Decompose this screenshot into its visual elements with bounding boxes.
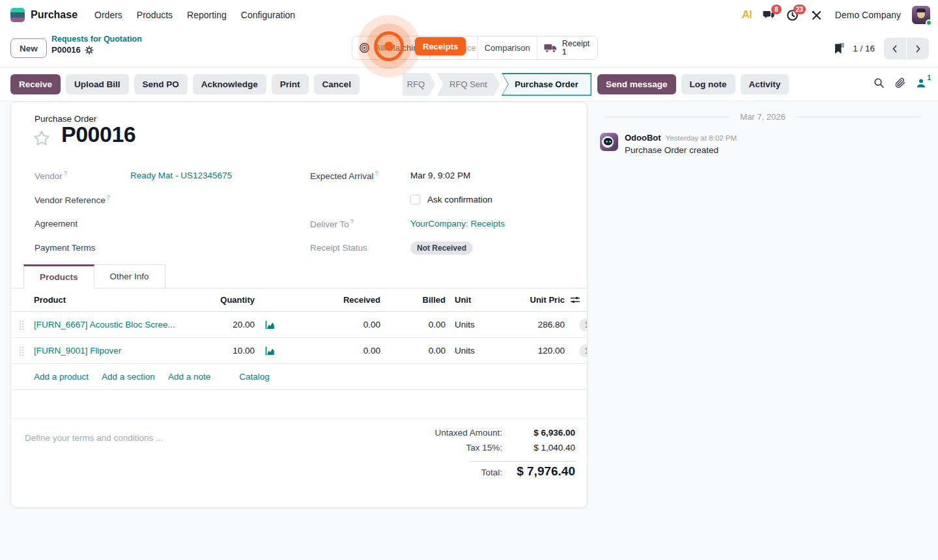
add-note-link[interactable]: Add a note	[168, 372, 210, 382]
message-author[interactable]: OdooBot	[625, 133, 661, 143]
unit-cell[interactable]: Units	[446, 320, 505, 329]
menu-products[interactable]: Products	[137, 10, 173, 20]
add-product-link[interactable]: Add a product	[34, 372, 89, 382]
tools-icon[interactable]	[810, 8, 824, 22]
table-row[interactable]: [FURN_9001] Flipover 10.00 0.00 0.00 Uni…	[11, 338, 588, 364]
user-avatar[interactable]	[912, 6, 930, 24]
column-unit-price[interactable]: Unit Pric	[505, 295, 565, 305]
totals-block: Untaxed Amount: $ 6,936.00 Tax 15%: $ 1,…	[367, 428, 575, 484]
notebook-tabs: Products Other Info	[11, 264, 587, 288]
send-po-button[interactable]: Send PO	[134, 74, 188, 94]
target-icon	[359, 42, 370, 53]
catalog-link[interactable]: Catalog	[239, 372, 270, 382]
paperclip-icon[interactable]	[895, 77, 905, 89]
pager-value: 1 / 16	[853, 44, 875, 53]
column-billed[interactable]: Billed	[380, 295, 446, 305]
menu-orders[interactable]: Orders	[94, 10, 122, 20]
comparison-button[interactable]: Comparison	[478, 36, 537, 59]
column-quantity[interactable]: Quantity	[177, 295, 255, 305]
total-label: Total:	[481, 468, 502, 477]
cancel-button[interactable]: Cancel	[314, 74, 360, 94]
bookmark-icon[interactable]	[834, 42, 845, 55]
product-link[interactable]: [FURN_9001] Flipover	[25, 346, 177, 356]
tax-label: Tax 15%:	[466, 443, 502, 453]
receipt-status-badge: Not Received	[410, 242, 473, 255]
quantity-cell[interactable]: 10.00	[177, 346, 255, 356]
field-ask-confirmation: Ask confirmation	[310, 188, 584, 212]
menu-reporting[interactable]: Reporting	[187, 10, 227, 20]
quantity-cell[interactable]: 20.00	[177, 320, 255, 329]
table-footer-links: Add a product Add a section Add a note C…	[11, 364, 588, 390]
expected-arrival-value[interactable]: Mar 9, 9:02 PM	[410, 171, 470, 180]
vendor-label: Vendor	[35, 171, 63, 181]
print-button[interactable]: Print	[272, 74, 309, 94]
optional-columns-button[interactable]	[565, 296, 588, 304]
billed-cell[interactable]: 0.00	[380, 320, 446, 329]
field-vendor-reference: Vendor Reference?	[35, 188, 295, 212]
drag-handle-icon[interactable]	[11, 320, 25, 330]
received-cell[interactable]: 0.00	[287, 346, 380, 356]
help-marker: ?	[107, 194, 110, 201]
company-switcher[interactable]: Demo Company	[835, 10, 901, 20]
tab-products[interactable]: Products	[23, 264, 94, 288]
receive-button[interactable]: Receive	[10, 74, 61, 94]
record-action-buttons: Receive Upload Bill Send PO Acknowledge …	[10, 74, 360, 94]
activity-button[interactable]: Activity	[741, 74, 789, 94]
favorite-star-icon[interactable]	[33, 130, 51, 147]
pager-next-button[interactable]	[907, 38, 929, 59]
drag-handle-icon[interactable]	[11, 346, 25, 356]
column-received[interactable]: Received	[287, 295, 380, 305]
unit-price-cell[interactable]: 286.80	[505, 320, 565, 329]
log-note-button[interactable]: Log note	[681, 74, 735, 94]
add-section-link[interactable]: Add a section	[102, 372, 155, 382]
upload-bill-button[interactable]: Upload Bill	[66, 74, 129, 94]
message-body: Purchase Order created	[625, 145, 737, 155]
messages-badge: 8	[771, 5, 782, 14]
received-cell[interactable]: 0.00	[287, 320, 380, 329]
ask-confirmation-checkbox[interactable]	[410, 195, 420, 204]
pager-previous-button[interactable]	[884, 38, 906, 59]
document-name[interactable]: P00016	[61, 122, 135, 147]
receipt-stat-button[interactable]: Receipt 1	[537, 36, 597, 59]
odoobot-avatar[interactable]	[600, 133, 618, 151]
chatter-message: OdooBot Yesterday at 8:02 PM Purchase Or…	[600, 133, 925, 155]
status-step-purchase-order[interactable]: Purchase Order	[502, 73, 591, 96]
messages-icon[interactable]: 8	[761, 8, 776, 22]
message-timestamp: Yesterday at 8:02 PM	[666, 134, 737, 142]
order-lines: [FURN_6667] Acoustic Bloc Scree... 20.00…	[11, 312, 588, 364]
search-icon[interactable]	[874, 77, 885, 89]
status-step-rfq[interactable]: RFQ	[401, 73, 435, 96]
column-unit[interactable]: Unit	[446, 295, 505, 305]
terms-placeholder[interactable]: Define your terms and conditions ...	[25, 433, 163, 443]
app-name[interactable]: Purchase	[31, 9, 78, 21]
forecast-chart-icon[interactable]	[255, 346, 287, 356]
send-message-button[interactable]: Send message	[597, 74, 676, 94]
table-row[interactable]: [FURN_6667] Acoustic Bloc Scree... 20.00…	[11, 312, 588, 338]
acknowledge-button[interactable]: Acknowledge	[193, 74, 266, 94]
tab-other-info[interactable]: Other Info	[94, 264, 165, 288]
forecast-chart-icon[interactable]	[255, 320, 287, 329]
status-step-rfq-sent[interactable]: RFQ Sent	[437, 73, 500, 96]
unit-cell[interactable]: Units	[446, 346, 505, 356]
activities-icon[interactable]: 23	[786, 8, 800, 22]
odoo-logo-icon[interactable]	[10, 8, 25, 22]
help-marker: ?	[375, 170, 378, 176]
new-button[interactable]: New	[10, 38, 47, 58]
breadcrumb-parent[interactable]: Requests for Quotation	[51, 35, 142, 44]
receipts-highlight-pill[interactable]: Receipts	[415, 37, 466, 55]
control-panel: New Requests for Quotation P00016 Bill M…	[0, 30, 938, 68]
menu-configuration[interactable]: Configuration	[241, 10, 295, 20]
product-link[interactable]: [FURN_6667] Acoustic Bloc Scree...	[25, 320, 177, 329]
unit-price-cell[interactable]: 120.00	[505, 346, 565, 356]
payment-terms-label: Payment Terms	[35, 243, 130, 253]
column-product[interactable]: Product	[25, 295, 177, 305]
empty-table-row	[11, 391, 588, 419]
followers-button[interactable]: 1	[916, 78, 926, 89]
vendor-value-link[interactable]: Ready Mat - US12345675	[130, 171, 232, 180]
ai-icon[interactable]: AI	[742, 8, 752, 21]
deliver-to-value-link[interactable]: YourCompany: Receipts	[410, 219, 505, 229]
billed-cell[interactable]: 0.00	[380, 346, 446, 356]
field-deliver-to: Deliver To? YourCompany: Receipts	[310, 212, 584, 236]
gear-icon[interactable]	[85, 46, 94, 55]
content-area: Purchase Order P00016 Vendor? Ready Mat …	[0, 101, 938, 560]
